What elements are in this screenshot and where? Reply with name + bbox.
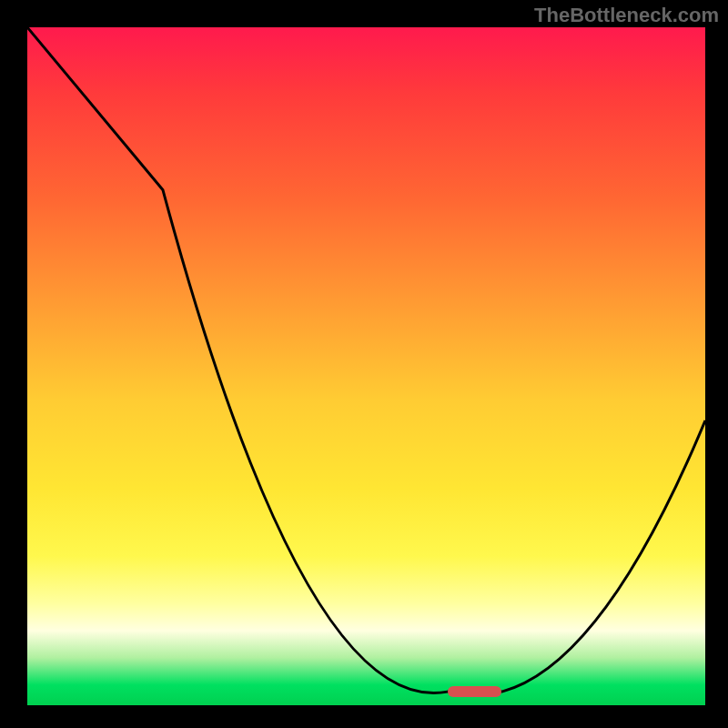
optimal-range-marker — [448, 686, 502, 697]
chart-plot-area — [27, 27, 705, 705]
bottleneck-curve — [27, 27, 705, 705]
watermark-text: TheBottleneck.com — [534, 4, 719, 27]
